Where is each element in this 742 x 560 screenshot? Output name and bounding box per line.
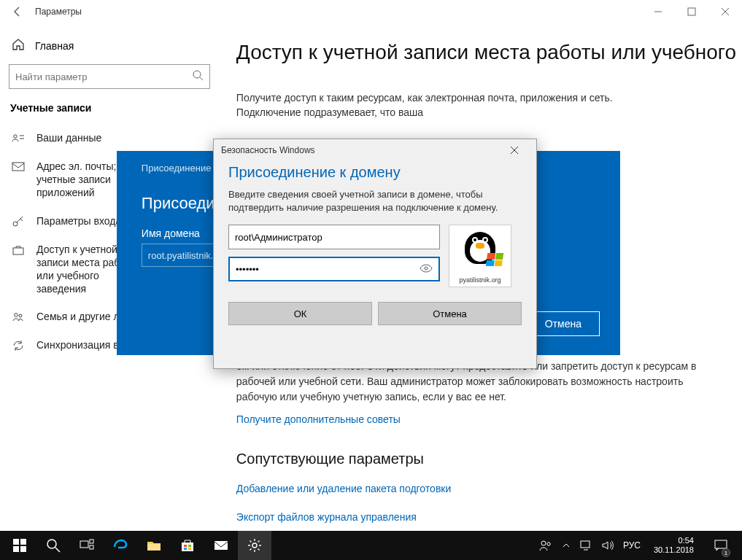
store-icon[interactable] xyxy=(171,531,204,560)
svg-point-10 xyxy=(15,314,18,317)
language-indicator[interactable]: РУС xyxy=(623,540,641,551)
svg-point-29 xyxy=(252,543,257,548)
svg-rect-15 xyxy=(13,546,19,552)
svg-rect-27 xyxy=(188,548,191,550)
svg-rect-9 xyxy=(13,248,23,254)
dialog-cancel-button[interactable]: Отмена xyxy=(378,302,522,325)
svg-rect-28 xyxy=(215,541,228,550)
clock[interactable]: 0:54 30.11.2018 xyxy=(649,536,698,555)
mail-icon xyxy=(12,160,25,174)
close-button[interactable] xyxy=(708,0,742,23)
titlebar: Параметры xyxy=(0,0,742,23)
svg-point-17 xyxy=(47,540,56,548)
reveal-password-icon[interactable] xyxy=(420,264,433,275)
back-button[interactable] xyxy=(6,0,29,23)
related-heading: Сопутствующие параметры xyxy=(236,448,735,470)
network-tray-icon[interactable] xyxy=(579,539,592,552)
svg-point-2 xyxy=(193,71,201,78)
dialog-heading: Присоединение к домену xyxy=(228,164,522,181)
page-description: Получите доступ к таким ресурсам, как эл… xyxy=(236,90,616,120)
people-tray-icon[interactable] xyxy=(538,538,553,553)
svg-rect-1 xyxy=(688,8,695,15)
password-input[interactable] xyxy=(228,257,440,281)
tips-link[interactable]: Получите дополнительные советы xyxy=(236,412,401,427)
window-title: Параметры xyxy=(35,7,82,17)
taskbar: РУС 0:54 30.11.2018 1 xyxy=(0,531,742,560)
clock-time: 0:54 xyxy=(654,536,694,545)
svg-point-30 xyxy=(541,541,546,545)
svg-rect-32 xyxy=(581,541,590,548)
system-tray: РУС 0:54 30.11.2018 1 xyxy=(538,531,739,560)
page-title: Доступ к учетной записи места работы или… xyxy=(236,41,736,64)
search-input[interactable] xyxy=(9,64,210,89)
svg-rect-21 xyxy=(90,545,93,549)
below-content: ем или отключение от нее. Эти действия м… xyxy=(236,359,735,525)
export-logs-link[interactable]: Экспорт файлов журнала управления xyxy=(236,510,417,525)
key-icon xyxy=(12,215,25,228)
notification-badge: 1 xyxy=(722,548,730,557)
svg-rect-20 xyxy=(90,540,93,543)
clock-date: 30.11.2018 xyxy=(654,545,694,555)
svg-rect-25 xyxy=(188,545,191,547)
svg-line-3 xyxy=(200,77,203,80)
mail-app-icon[interactable] xyxy=(204,531,238,560)
person-card-icon xyxy=(12,132,25,145)
penguin-icon xyxy=(462,228,498,265)
svg-rect-23 xyxy=(182,542,193,551)
explorer-icon[interactable] xyxy=(137,531,171,560)
home-nav[interactable]: Главная xyxy=(9,35,210,64)
svg-point-12 xyxy=(425,267,428,270)
security-dialog: Безопасность Windows Присоединение к дом… xyxy=(213,139,537,369)
svg-rect-22 xyxy=(147,544,161,551)
dialog-description: Введите сведения своей учетной записи в … xyxy=(228,188,513,214)
dialog-ok-button[interactable]: ОК xyxy=(228,302,372,325)
username-field[interactable] xyxy=(235,232,433,243)
section-heading: Учетные записи xyxy=(9,102,210,114)
svg-rect-24 xyxy=(184,545,187,547)
dialog-title: Безопасность Windows xyxy=(221,145,315,155)
password-field[interactable] xyxy=(236,264,420,275)
provisioning-link[interactable]: Добавление или удаление пакета подготовк… xyxy=(236,481,451,497)
edge-icon[interactable] xyxy=(104,531,137,560)
tray-chevron-icon[interactable] xyxy=(562,541,571,550)
svg-rect-33 xyxy=(715,540,727,548)
briefcase-icon xyxy=(12,244,25,257)
taskbar-search-button[interactable] xyxy=(36,531,70,560)
people-icon xyxy=(12,311,25,324)
sidebar-item-label: Ваши данные xyxy=(36,131,101,144)
settings-app-icon[interactable] xyxy=(238,531,271,560)
username-input[interactable] xyxy=(228,225,440,249)
task-view-button[interactable] xyxy=(70,531,104,560)
action-center-button[interactable]: 1 xyxy=(707,531,735,560)
search-field[interactable] xyxy=(15,71,192,82)
minimize-button[interactable] xyxy=(641,0,675,23)
sync-icon xyxy=(12,339,25,352)
sidebar-item-label: Параметры входа xyxy=(36,214,121,228)
search-icon xyxy=(192,69,204,84)
windows-flag-icon xyxy=(486,253,504,266)
home-icon xyxy=(12,38,25,54)
credential-tile-image: pyatilistnik.org xyxy=(449,225,511,287)
svg-point-31 xyxy=(547,542,550,545)
svg-rect-16 xyxy=(20,546,26,552)
home-label: Главная xyxy=(35,40,74,52)
svg-rect-14 xyxy=(20,539,26,545)
svg-rect-13 xyxy=(13,539,19,545)
svg-line-18 xyxy=(55,548,60,552)
svg-rect-7 xyxy=(12,163,24,171)
credential-tile-caption: pyatilistnik.org xyxy=(459,276,501,284)
dialog-titlebar: Безопасность Windows xyxy=(214,139,536,161)
start-button[interactable] xyxy=(3,531,36,560)
svg-point-4 xyxy=(14,135,17,138)
sidebar-item-your-info[interactable]: Ваши данные xyxy=(9,124,210,152)
maximize-button[interactable] xyxy=(675,0,708,23)
volume-tray-icon[interactable] xyxy=(601,539,614,552)
panel-cancel-button[interactable]: Отмена xyxy=(527,311,600,336)
svg-rect-19 xyxy=(80,541,88,548)
svg-rect-26 xyxy=(184,548,187,550)
dialog-close-button[interactable] xyxy=(500,141,529,159)
svg-point-11 xyxy=(19,314,22,317)
